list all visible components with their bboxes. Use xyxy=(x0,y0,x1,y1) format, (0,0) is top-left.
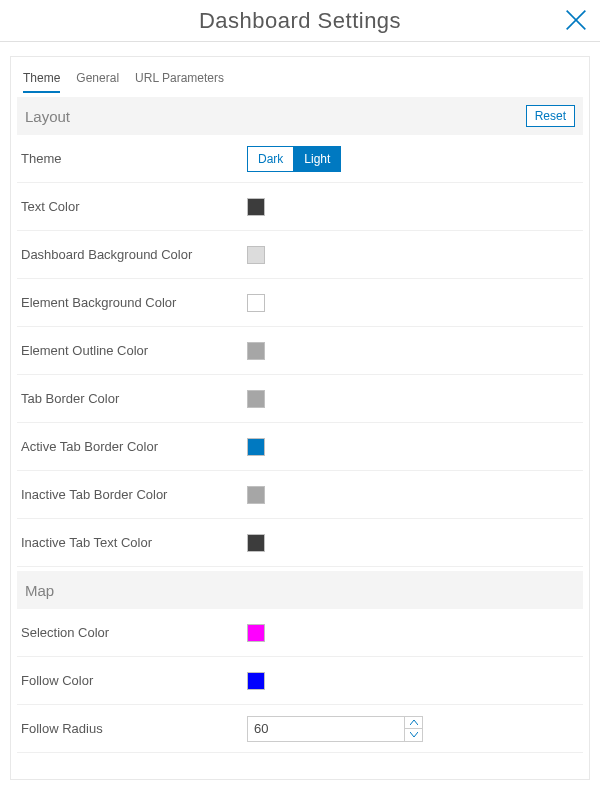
row-inactive-tab-border-color: Inactive Tab Border Color xyxy=(17,471,583,519)
follow-radius-steppers xyxy=(404,717,422,741)
row-follow-color-label: Follow Color xyxy=(21,673,247,688)
row-dashboard-bg-color: Dashboard Background Color xyxy=(17,231,583,279)
settings-panel: Theme General URL Parameters Layout Rese… xyxy=(10,56,590,780)
follow-color-swatch[interactable] xyxy=(247,672,265,690)
section-layout-header: Layout Reset xyxy=(17,97,583,135)
row-text-color: Text Color xyxy=(17,183,583,231)
row-follow-radius-label: Follow Radius xyxy=(21,721,247,736)
section-map-title: Map xyxy=(25,582,54,599)
tab-general[interactable]: General xyxy=(76,71,119,93)
inactive-tab-border-color-swatch[interactable] xyxy=(247,486,265,504)
row-element-bg-color: Element Background Color xyxy=(17,279,583,327)
tab-url-parameters[interactable]: URL Parameters xyxy=(135,71,224,93)
theme-light-button[interactable]: Light xyxy=(293,146,341,172)
selection-color-swatch[interactable] xyxy=(247,624,265,642)
section-map-header: Map xyxy=(17,571,583,609)
row-inactive-tab-text-color-label: Inactive Tab Text Color xyxy=(21,535,247,550)
row-tab-border-color: Tab Border Color xyxy=(17,375,583,423)
reset-button[interactable]: Reset xyxy=(526,105,575,127)
row-element-outline-color-label: Element Outline Color xyxy=(21,343,247,358)
row-theme: Theme Dark Light xyxy=(17,135,583,183)
row-theme-label: Theme xyxy=(21,151,247,166)
row-active-tab-border-color: Active Tab Border Color xyxy=(17,423,583,471)
row-tab-border-color-label: Tab Border Color xyxy=(21,391,247,406)
element-outline-color-swatch[interactable] xyxy=(247,342,265,360)
tab-border-color-swatch[interactable] xyxy=(247,390,265,408)
tab-theme[interactable]: Theme xyxy=(23,71,60,93)
row-selection-color-label: Selection Color xyxy=(21,625,247,640)
close-icon[interactable] xyxy=(562,6,590,34)
text-color-swatch[interactable] xyxy=(247,198,265,216)
row-text-color-label: Text Color xyxy=(21,199,247,214)
dashboard-bg-color-swatch[interactable] xyxy=(247,246,265,264)
row-inactive-tab-border-color-label: Inactive Tab Border Color xyxy=(21,487,247,502)
inactive-tab-text-color-swatch[interactable] xyxy=(247,534,265,552)
theme-toggle: Dark Light xyxy=(247,146,341,172)
stepper-down-icon[interactable] xyxy=(405,729,422,741)
follow-radius-field xyxy=(247,716,423,742)
follow-radius-input[interactable] xyxy=(248,717,404,741)
row-inactive-tab-text-color: Inactive Tab Text Color xyxy=(17,519,583,567)
stepper-up-icon[interactable] xyxy=(405,717,422,730)
dialog-header: Dashboard Settings xyxy=(0,0,600,42)
theme-dark-button[interactable]: Dark xyxy=(247,146,293,172)
row-dashboard-bg-color-label: Dashboard Background Color xyxy=(21,247,247,262)
tab-bar: Theme General URL Parameters xyxy=(11,57,589,93)
scroll-area[interactable]: Layout Reset Theme Dark Light Text Color… xyxy=(11,93,589,779)
section-layout-title: Layout xyxy=(25,108,70,125)
active-tab-border-color-swatch[interactable] xyxy=(247,438,265,456)
dialog-title: Dashboard Settings xyxy=(199,8,401,34)
row-element-outline-color: Element Outline Color xyxy=(17,327,583,375)
element-bg-color-swatch[interactable] xyxy=(247,294,265,312)
row-selection-color: Selection Color xyxy=(17,609,583,657)
row-follow-radius: Follow Radius xyxy=(17,705,583,753)
row-active-tab-border-color-label: Active Tab Border Color xyxy=(21,439,247,454)
row-follow-color: Follow Color xyxy=(17,657,583,705)
row-element-bg-color-label: Element Background Color xyxy=(21,295,247,310)
